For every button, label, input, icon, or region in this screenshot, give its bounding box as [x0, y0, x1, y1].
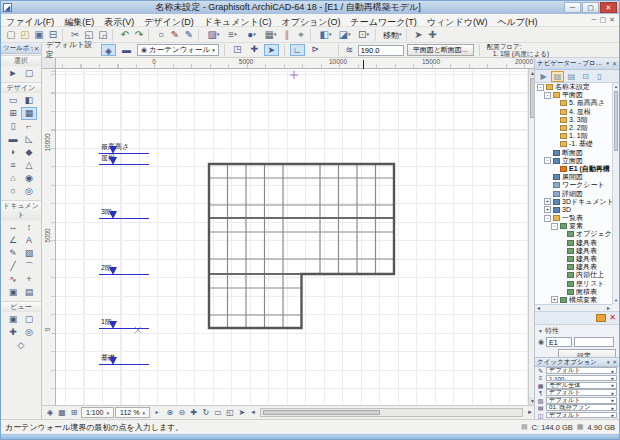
pet-palette-toggle[interactable]: ◈ — [44, 407, 56, 418]
home-story-selector[interactable]: 配置フロア: 1. 1階 (高度による) — [485, 43, 549, 57]
fit-to-window[interactable]: ▭ — [212, 407, 224, 418]
menu-item[interactable]: オプション(O) — [276, 17, 345, 27]
rotate-view[interactable]: ↻ — [200, 407, 212, 418]
previous-view[interactable]: ➤ — [236, 407, 248, 418]
view-map[interactable]: ▤ — [565, 71, 578, 82]
roof-tool[interactable]: ◺ — [21, 133, 37, 146]
mdi-restore-icon[interactable]: ▢ — [600, 14, 607, 26]
tree-expander-icon[interactable]: - — [544, 157, 551, 164]
guide-lines[interactable]: ∥ — [280, 28, 294, 41]
menu-item[interactable]: デザイン(D) — [139, 17, 198, 27]
fly-mode[interactable]: ➤ — [412, 28, 426, 41]
open-file[interactable]: ◰ — [18, 28, 32, 41]
camera-tool[interactable]: ◎ — [21, 326, 37, 339]
pen-sets[interactable]: ● — [242, 28, 261, 41]
text-tool[interactable]: A — [21, 234, 37, 247]
publisher-sets[interactable]: ▯ — [593, 71, 606, 82]
minimize-button[interactable]: ─ — [564, 2, 581, 13]
tool-favorite-dropdown[interactable]: ◉ カーテンウォール ▾ — [137, 44, 219, 56]
menu-item[interactable]: チームワーク(T) — [346, 17, 422, 27]
hotspot-tool[interactable]: + — [21, 273, 37, 286]
view-name-input[interactable] — [574, 337, 614, 347]
menu-item[interactable]: ヘルプ(H) — [492, 17, 542, 27]
tree-horizontal-scrollbar[interactable]: ◄ ► — [535, 304, 612, 311]
project-chooser[interactable]: ▶ — [537, 71, 550, 82]
vertical-ruler[interactable]: 1000050000 — [42, 69, 56, 405]
layer-settings[interactable]: ≡ — [223, 28, 242, 41]
navigator-close-icon[interactable]: ✕ — [612, 60, 617, 67]
tree-expander-icon[interactable]: - — [537, 84, 544, 91]
view-id-input[interactable] — [546, 337, 572, 347]
marker[interactable]: ✎ — [182, 28, 196, 41]
flag-option-button[interactable]: ⊳ — [308, 44, 323, 56]
toolbox-section-document[interactable]: ドキュメント — [1, 200, 41, 220]
mesh-tool[interactable]: △ — [21, 159, 37, 172]
maximize-button[interactable]: ▢ — [582, 2, 599, 13]
line-tool[interactable]: ╱ — [5, 260, 21, 273]
toolbar-icon[interactable] — [375, 29, 379, 41]
toolbox-header[interactable]: ツールボックス ✕ — [1, 43, 41, 54]
elevation-view[interactable]: ◧ — [316, 28, 335, 41]
close-button[interactable]: ✕ — [600, 2, 617, 13]
quick-option-dropdown[interactable]: モデル全体 ▸ — [546, 382, 617, 389]
quick-options-close-icon[interactable]: ✕ — [612, 359, 617, 365]
tree-item[interactable]: 建具表 — [535, 255, 612, 263]
door-tool[interactable]: ◧ — [21, 94, 37, 107]
tree-expander-icon[interactable]: - — [544, 92, 551, 99]
quick-option-dropdown[interactable]: デフォルト ▸ — [546, 367, 617, 374]
scrollbar-thumb[interactable] — [614, 91, 618, 151]
new-file[interactable]: ▢ — [4, 28, 18, 41]
navigator-collapse-icon[interactable]: ▼ — [606, 61, 610, 66]
scroll-left-icon[interactable]: ◄ — [249, 407, 257, 418]
shell-tool[interactable]: ◗ — [5, 146, 21, 159]
geometry-single[interactable]: ◳ — [230, 44, 245, 56]
find-select[interactable]: ○ — [154, 28, 168, 41]
tree-expander-icon[interactable]: - — [551, 223, 558, 230]
fill-tool[interactable]: ▨ — [204, 28, 223, 41]
layout-navigator[interactable]: ▦ — [56, 407, 68, 418]
morph-tool[interactable]: ◆ — [21, 146, 37, 159]
new-folder-icon[interactable] — [596, 314, 606, 322]
drawing-tool[interactable]: ▤ — [21, 286, 37, 299]
wall-tool[interactable]: ▭ — [5, 94, 21, 107]
quick-option-dropdown[interactable]: デフォルト ▸ — [546, 397, 617, 404]
toolbox-section-view[interactable]: ビュー — [1, 301, 41, 312]
stair-tool[interactable]: ≡ — [5, 159, 21, 172]
marker-tool[interactable]: ◇ — [13, 339, 29, 352]
label-tool[interactable]: ✎ — [5, 247, 21, 260]
geometry-boom[interactable]: ✚ — [247, 44, 262, 56]
offset-input[interactable] — [358, 45, 404, 56]
camera-view[interactable]: ⊡ — [354, 28, 373, 41]
properties-header[interactable]: ▼ 特性 — [538, 326, 616, 336]
fill-tool[interactable]: ▨ — [21, 247, 37, 260]
zone-tool[interactable]: ⌂ — [5, 172, 21, 185]
toolbar-icon[interactable] — [406, 29, 410, 41]
layout-book[interactable]: ⊡ — [579, 71, 592, 82]
curtain-wall-tool[interactable]: ▦ — [21, 107, 37, 120]
snap-point[interactable]: ⌖ — [294, 28, 308, 41]
tab-overview[interactable]: ⊞ — [68, 407, 80, 418]
mdi-close-icon[interactable]: ✕ — [609, 14, 615, 26]
object-tool[interactable]: ◉ — [21, 172, 37, 185]
quick-options-header[interactable]: クイックオプション ▼ ✕ — [535, 358, 619, 367]
marquee-tool[interactable]: ▢ — [21, 67, 37, 80]
paste[interactable]: ◲ — [96, 28, 110, 41]
level-dimension-tool[interactable]: ↕ — [21, 221, 37, 234]
plane-constraint-button[interactable]: ∟ — [290, 44, 305, 56]
zoom-level-selector[interactable]: 112 % — [115, 407, 150, 418]
delete-icon[interactable]: ✕ — [609, 314, 616, 322]
add-view[interactable]: ✚ — [426, 28, 440, 41]
quick-options-collapse-icon[interactable]: ▼ — [606, 360, 610, 365]
toolbox-section-select[interactable]: 選択 — [1, 55, 41, 66]
pan[interactable]: ✚ — [188, 407, 200, 418]
zoom-out[interactable]: ⊖ — [176, 407, 188, 418]
column-tool[interactable]: ▯ — [5, 120, 21, 133]
tree-item[interactable]: 建具表 — [535, 247, 612, 255]
toolbar-icon[interactable] — [148, 29, 152, 41]
quick-option-dropdown[interactable]: デフォルト ▸ — [546, 389, 617, 396]
origin-tool[interactable]: ✚ — [5, 326, 21, 339]
menu-item[interactable]: 編集(E) — [59, 17, 99, 27]
story-level-marker[interactable]: 3階 — [99, 218, 149, 219]
story-level-marker[interactable]: 屋根 — [99, 164, 149, 165]
slab-tool[interactable]: ▬ — [5, 133, 21, 146]
